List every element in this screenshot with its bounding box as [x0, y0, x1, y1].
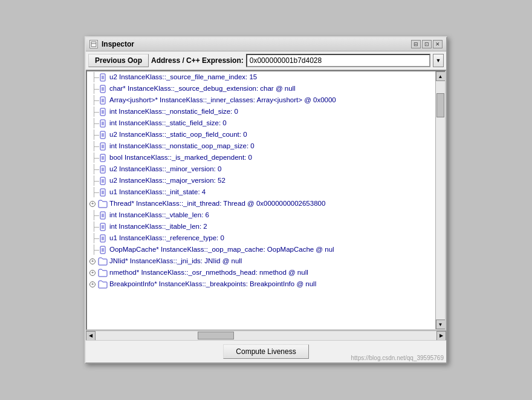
address-input[interactable] — [246, 54, 430, 67]
tree-item[interactable]: int InstanceKlass::_nonstatic_field_size… — [87, 106, 435, 117]
address-label: Address / C++ Expression: — [151, 56, 244, 65]
file-icon — [99, 108, 108, 116]
file-icon — [99, 142, 108, 151]
file-icon — [99, 165, 108, 174]
tree-connector — [89, 152, 99, 163]
expand-control[interactable]: + — [89, 270, 97, 276]
tree-item[interactable]: u2 InstanceKlass::_minor_version: 0 — [87, 163, 435, 175]
tree-item-text: bool InstanceKlass::_is_marked_dependent… — [109, 152, 252, 163]
tree-connector — [89, 233, 99, 243]
expand-control[interactable]: + — [89, 201, 97, 207]
tree-item[interactable]: Array<jushort>* InstanceKlass::_inner_cl… — [87, 94, 435, 106]
tree-item-text: u1 InstanceKlass::_reference_type: 0 — [109, 233, 224, 243]
previous-oop-button[interactable]: Previous Oop — [88, 54, 149, 67]
maximize-button[interactable]: ⊡ — [422, 40, 432, 48]
tree-item[interactable]: int InstanceKlass::_nonstatic_oop_map_si… — [87, 140, 435, 152]
tree-item-text: u2 InstanceKlass::_source_file_name_inde… — [109, 72, 257, 82]
tree-connector — [89, 187, 99, 197]
vertical-scrollbar[interactable]: ▲ ▼ — [435, 71, 445, 329]
tree-item-text: BreakpointInfo* InstanceKlass::_breakpoi… — [109, 279, 316, 289]
tree-item[interactable]: bool InstanceKlass::_is_marked_dependent… — [87, 152, 435, 163]
tree-item-text: u2 InstanceKlass::_static_oop_field_coun… — [109, 130, 247, 140]
tree-connector — [89, 72, 99, 82]
close-button[interactable]: ✕ — [433, 40, 443, 48]
tree-item[interactable]: u1 InstanceKlass::_reference_type: 0 — [87, 232, 435, 244]
expand-control[interactable]: + — [89, 281, 97, 287]
scroll-track-h — [96, 331, 436, 340]
tree-item-text: int InstanceKlass::_nonstatic_field_size… — [109, 107, 238, 117]
folder-icon — [98, 200, 108, 208]
tree-item[interactable]: int InstanceKlass::_vtable_len: 6 — [87, 209, 435, 221]
expand-control[interactable]: + — [89, 258, 97, 264]
window-icon — [89, 40, 98, 48]
toolbar: Previous Oop Address / C++ Expression: ▼ — [86, 51, 446, 70]
tree-item[interactable]: u2 InstanceKlass::_static_oop_field_coun… — [87, 129, 435, 140]
file-icon — [99, 177, 108, 185]
footer: Compute Liveness https://blog.csdn.net/q… — [86, 340, 446, 362]
svg-rect-0 — [91, 42, 96, 47]
tree-item-text: u2 InstanceKlass::_minor_version: 0 — [109, 164, 221, 174]
scroll-thumb[interactable] — [436, 93, 444, 117]
file-icon — [99, 119, 108, 128]
tree-connector — [89, 107, 99, 117]
scroll-down-button[interactable]: ▼ — [436, 320, 446, 329]
expand-circle[interactable]: + — [89, 201, 96, 207]
tree-item-text: char* InstanceKlass::_source_debug_exten… — [109, 84, 296, 94]
scroll-up-button[interactable]: ▲ — [436, 71, 446, 81]
folder-icon — [98, 280, 108, 289]
tree-item-text: u2 InstanceKlass::_major_version: 52 — [109, 175, 225, 186]
compute-liveness-button[interactable]: Compute Liveness — [223, 344, 308, 359]
expand-circle[interactable]: + — [89, 258, 96, 264]
tree-connector — [89, 130, 99, 140]
address-dropdown-button[interactable]: ▼ — [433, 54, 444, 67]
file-icon — [99, 96, 108, 105]
file-icon — [99, 246, 108, 254]
tree-item-text: Thread* InstanceKlass::_init_thread: Thr… — [109, 198, 325, 209]
tree-item[interactable]: u1 InstanceKlass::_init_state: 4 — [87, 186, 435, 198]
tree-item-text: int InstanceKlass::_itable_len: 2 — [109, 221, 207, 232]
tree-item[interactable]: char* InstanceKlass::_source_debug_exten… — [87, 83, 435, 94]
tree-item-text: OopMapCache* InstanceKlass::_oop_map_cac… — [109, 244, 334, 255]
scroll-track — [436, 81, 445, 320]
file-icon — [99, 223, 108, 231]
tree-item[interactable]: OopMapCache* InstanceKlass::_oop_map_cac… — [87, 244, 435, 255]
tree-item[interactable]: u2 InstanceKlass::_major_version: 52 — [87, 175, 435, 186]
file-icon — [99, 234, 108, 243]
tree-item[interactable]: + JNIid* InstanceKlass::_jni_ids: JNIid … — [87, 255, 435, 267]
window-title: Inspector — [102, 40, 134, 48]
content-area: u2 InstanceKlass::_source_file_name_inde… — [86, 70, 446, 330]
tree-item-text: int InstanceKlass::_static_field_size: 0 — [109, 118, 227, 128]
minimize-button[interactable]: ⊟ — [411, 40, 421, 48]
file-icon — [99, 211, 108, 220]
folder-icon — [98, 269, 108, 277]
tree-item[interactable]: + Thread* InstanceKlass::_init_thread: T… — [87, 198, 435, 209]
tree-item[interactable]: + BreakpointInfo* InstanceKlass::_breakp… — [87, 278, 435, 290]
tree-item[interactable]: + nmethod* InstanceKlass::_osr_nmethods_… — [87, 267, 435, 278]
tree-connector — [89, 84, 99, 94]
tree-item-text: JNIid* InstanceKlass::_jni_ids: JNIid @ … — [109, 256, 242, 266]
scroll-left-button[interactable]: ◀ — [86, 331, 96, 341]
expand-circle[interactable]: + — [89, 281, 96, 287]
tree-connector — [89, 175, 99, 186]
folder-icon — [98, 257, 108, 266]
tree-connector — [89, 118, 99, 128]
scroll-right-button[interactable]: ▶ — [436, 331, 446, 341]
tree-item-text: int InstanceKlass::_nonstatic_oop_map_si… — [109, 141, 255, 151]
inspector-window: Inspector ⊟ ⊡ ✕ Previous Oop Address / C… — [85, 36, 447, 364]
tree-item[interactable]: int InstanceKlass::_itable_len: 2 — [87, 221, 435, 232]
tree-connector — [89, 244, 99, 255]
horizontal-scrollbar[interactable]: ◀ ▶ — [86, 330, 446, 340]
tree-item-text: nmethod* InstanceKlass::_osr_nmethods_he… — [109, 267, 308, 278]
file-icon — [99, 73, 108, 82]
tree-item[interactable]: int InstanceKlass::_static_field_size: 0 — [87, 117, 435, 129]
scroll-thumb-h[interactable] — [198, 332, 234, 339]
tree-connector — [89, 221, 99, 232]
file-icon — [99, 131, 108, 139]
tree-list[interactable]: u2 InstanceKlass::_source_file_name_inde… — [87, 71, 435, 329]
expand-circle[interactable]: + — [89, 270, 96, 276]
tree-connector — [89, 141, 99, 151]
tree-connector — [89, 210, 99, 220]
tree-item[interactable]: u2 InstanceKlass::_source_file_name_inde… — [87, 71, 435, 83]
file-icon — [99, 154, 108, 162]
tree-item-text: Array<jushort>* InstanceKlass::_inner_cl… — [109, 95, 336, 105]
